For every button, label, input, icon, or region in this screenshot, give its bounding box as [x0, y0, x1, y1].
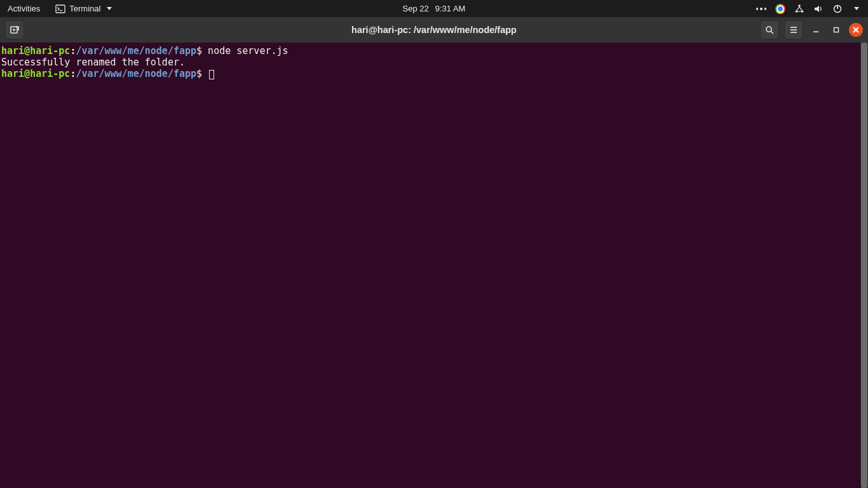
- activities-button[interactable]: Activities: [0, 0, 48, 17]
- window-title: hari@hari-pc: /var/www/me/node/fapp: [351, 25, 517, 35]
- scrollbar-thumb[interactable]: [861, 43, 867, 488]
- topbar-right-group: [756, 4, 868, 14]
- search-button[interactable]: [760, 20, 779, 39]
- volume-icon[interactable]: [813, 4, 824, 14]
- prompt-user: hari@hari-pc: [1, 45, 70, 57]
- header-right-group: [760, 20, 863, 39]
- terminal[interactable]: hari@hari-pc:/var/www/me/node/fapp$ node…: [0, 43, 860, 488]
- hamburger-menu-button[interactable]: [784, 20, 803, 39]
- prompt-dollar: $: [196, 45, 202, 57]
- svg-line-13: [771, 31, 773, 34]
- app-menu-label: Terminal: [69, 4, 100, 13]
- gnome-top-bar: Activities Terminal Sep 22 9:31 AM: [0, 0, 868, 17]
- clock-menu[interactable]: Sep 22 9:31 AM: [395, 0, 473, 17]
- svg-point-2: [798, 4, 801, 7]
- close-button[interactable]: [849, 23, 863, 37]
- terminal-viewport: hari@hari-pc:/var/www/me/node/fapp$ node…: [0, 43, 868, 488]
- power-icon[interactable]: [832, 4, 843, 14]
- output-line: Successfully renamed the folder.: [1, 57, 185, 68]
- svg-point-4: [801, 10, 804, 13]
- prompt-path: /var/www/me/node/fapp: [76, 68, 196, 79]
- svg-rect-0: [56, 5, 65, 13]
- network-icon[interactable]: [794, 4, 804, 14]
- prompt-user: hari@hari-pc: [1, 68, 70, 79]
- cursor: [209, 70, 214, 79]
- prompt-dollar: $: [196, 68, 202, 79]
- chevron-down-icon: [107, 7, 112, 10]
- maximize-button[interactable]: [829, 22, 844, 37]
- svg-rect-18: [834, 28, 839, 32]
- date-label: Sep 22: [403, 4, 429, 13]
- activities-label: Activities: [8, 4, 40, 13]
- svg-point-12: [766, 27, 771, 32]
- window-titlebar: hari@hari-pc: /var/www/me/node/fapp: [0, 17, 868, 43]
- terminal-icon: [55, 4, 65, 14]
- scrollbar-track[interactable]: [860, 43, 868, 488]
- minimize-button[interactable]: [808, 22, 824, 37]
- new-tab-button[interactable]: [5, 20, 24, 39]
- command-text: node server.js: [202, 45, 288, 57]
- prompt-path: /var/www/me/node/fapp: [76, 45, 196, 57]
- more-icon[interactable]: [756, 4, 766, 14]
- app-menu[interactable]: Terminal: [48, 0, 119, 17]
- time-label: 9:31 AM: [435, 4, 466, 13]
- chrome-icon[interactable]: [775, 4, 785, 14]
- system-menu-chevron-icon[interactable]: [854, 7, 859, 10]
- topbar-left-group: Activities Terminal: [0, 0, 119, 17]
- svg-point-3: [796, 10, 798, 13]
